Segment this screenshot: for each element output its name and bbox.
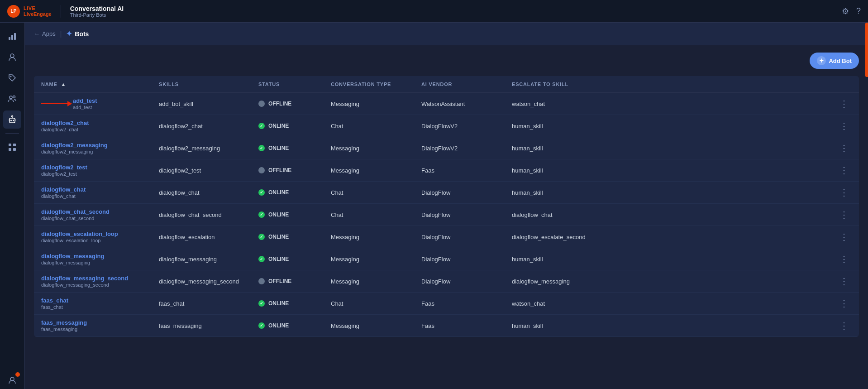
- logo-area: LP LIVE LiveEngage: [7, 5, 61, 18]
- row-actions-button[interactable]: ⋮: [837, 231, 852, 243]
- row-actions-button[interactable]: ⋮: [837, 275, 852, 288]
- sidebar-item-tags[interactable]: [3, 69, 21, 87]
- cell-skills-8: dialogflow_messaging_second: [152, 270, 251, 293]
- row-actions-button[interactable]: ⋮: [837, 253, 852, 265]
- row-actions-button[interactable]: ⋮: [837, 297, 852, 310]
- bot-name-primary[interactable]: faas_messaging: [41, 319, 144, 326]
- svg-point-9: [13, 120, 14, 121]
- cell-conv-type-4: Chat: [324, 182, 414, 204]
- sidebar-item-agents[interactable]: [3, 48, 21, 66]
- cell-actions-0: ⋮: [830, 93, 859, 115]
- table-header-row: NAME ▲ SKILLS STATUS CONVERSATION TYPE: [34, 76, 859, 93]
- cell-ai-vendor-5: DialogFlow: [414, 204, 505, 226]
- cell-name-2: dialogflow2_messaging dialogflow2_messag…: [34, 137, 152, 159]
- logo-live: LIVE: [24, 5, 52, 11]
- status-label: ONLINE: [268, 123, 289, 129]
- bot-name-primary[interactable]: dialogflow2_messaging: [41, 142, 144, 149]
- main-layout: ← Apps | ✦ Bots + Add Bot: [0, 23, 868, 389]
- breadcrumb-separator: |: [60, 30, 62, 38]
- status-label: ONLINE: [268, 256, 289, 262]
- plus-circle-icon: +: [817, 56, 826, 65]
- svg-rect-11: [9, 144, 11, 146]
- status-label: ONLINE: [268, 322, 289, 329]
- cell-conv-type-10: Messaging: [324, 315, 414, 337]
- header-sub-title: Third-Party Bots: [70, 12, 124, 18]
- account-badge: [15, 372, 20, 377]
- cell-ai-vendor-0: WatsonAssistant: [414, 93, 505, 115]
- cell-escalate-skill-5: dialogflow_chat: [505, 204, 830, 226]
- col-skills: SKILLS: [152, 76, 251, 93]
- sidebar-bottom: [3, 371, 21, 389]
- cell-skills-3: dialogflow2_test: [152, 159, 251, 182]
- bot-name-primary[interactable]: dialogflow_chat: [41, 186, 144, 193]
- svg-rect-12: [13, 144, 16, 146]
- cell-actions-5: ⋮: [830, 204, 859, 226]
- cell-conv-type-5: Chat: [324, 204, 414, 226]
- cell-status-0: OFFLINE: [251, 93, 324, 115]
- bot-name-primary[interactable]: dialogflow2_chat: [41, 120, 144, 126]
- svg-point-6: [13, 96, 15, 98]
- add-bot-label: Add Bot: [829, 58, 852, 64]
- bot-name-secondary: dialogflow_chat_second: [41, 216, 144, 221]
- sidebar-item-apps-grid[interactable]: [3, 138, 21, 156]
- cell-status-9: ONLINE: [251, 293, 324, 315]
- back-arrow-icon: ←: [34, 30, 40, 37]
- row-actions-button[interactable]: ⋮: [837, 142, 852, 154]
- breadcrumb-apps-link[interactable]: ← Apps: [34, 30, 56, 37]
- cell-name-8: dialogflow_messaging_second dialogflow_m…: [34, 270, 152, 293]
- bot-name-secondary: dialogflow_messaging: [41, 260, 144, 265]
- cell-escalate-skill-6: dialogflow_escalate_second: [505, 226, 830, 248]
- header-main-title: Conversational AI: [70, 5, 124, 12]
- bot-name-secondary: faas_chat: [41, 304, 144, 310]
- status-dot: [258, 145, 265, 151]
- svg-rect-13: [9, 148, 11, 151]
- cell-skills-5: dialogflow_chat_second: [152, 204, 251, 226]
- cell-actions-9: ⋮: [830, 293, 859, 315]
- bot-name-primary[interactable]: add_test: [73, 97, 144, 104]
- bot-name-primary[interactable]: faas_chat: [41, 297, 144, 304]
- bots-breadcrumb-icon: ✦: [66, 29, 72, 38]
- right-accent-bar: [865, 23, 868, 77]
- sidebar-item-analytics[interactable]: [3, 27, 21, 45]
- status-dot: [258, 300, 265, 307]
- col-actions: [830, 76, 859, 93]
- bot-name-primary[interactable]: dialogflow_escalation_loop: [41, 231, 144, 237]
- cell-escalate-skill-9: watson_chat: [505, 293, 830, 315]
- cell-actions-3: ⋮: [830, 159, 859, 182]
- sidebar-item-users[interactable]: [3, 90, 21, 108]
- cell-escalate-skill-3: human_skill: [505, 159, 830, 182]
- sidebar-item-account[interactable]: [3, 371, 21, 389]
- col-name[interactable]: NAME ▲: [34, 76, 152, 93]
- table-row: dialogflow2_chat dialogflow2_chat dialog…: [34, 115, 859, 137]
- row-actions-button[interactable]: ⋮: [837, 319, 852, 332]
- bot-name-secondary: dialogflow2_chat: [41, 127, 144, 132]
- cell-ai-vendor-6: DialogFlow: [414, 226, 505, 248]
- add-bot-button[interactable]: + Add Bot: [810, 53, 859, 69]
- cell-conv-type-7: Messaging: [324, 248, 414, 270]
- status-dot: [258, 167, 265, 173]
- bot-name-primary[interactable]: dialogflow2_test: [41, 164, 144, 171]
- cell-skills-4: dialogflow_chat: [152, 182, 251, 204]
- cell-name-6: dialogflow_escalation_loop dialogflow_es…: [34, 226, 152, 248]
- row-actions-button[interactable]: ⋮: [837, 208, 852, 221]
- bot-name-primary[interactable]: dialogflow_messaging_second: [41, 275, 144, 282]
- cell-escalate-skill-7: human_skill: [505, 248, 830, 270]
- sidebar-item-bots[interactable]: [3, 110, 21, 129]
- bot-name-primary[interactable]: dialogflow_messaging: [41, 253, 144, 259]
- svg-point-8: [10, 120, 12, 121]
- bot-name-primary[interactable]: dialogflow_chat_second: [41, 208, 144, 215]
- col-status: STATUS: [251, 76, 324, 93]
- table-row: faas_chat faas_chat faas_chat ONLINE Cha…: [34, 293, 859, 315]
- row-actions-button[interactable]: ⋮: [837, 120, 852, 132]
- table-row: dialogflow_messaging dialogflow_messagin…: [34, 248, 859, 270]
- row-actions-button[interactable]: ⋮: [837, 164, 852, 177]
- settings-icon[interactable]: ⚙: [842, 6, 849, 16]
- row-actions-button[interactable]: ⋮: [837, 186, 852, 199]
- apps-label[interactable]: Apps: [42, 30, 56, 37]
- cell-escalate-skill-8: dialogflow_messaging: [505, 270, 830, 293]
- status-label: ONLINE: [268, 234, 289, 240]
- status-label: ONLINE: [268, 300, 289, 307]
- row-actions-button[interactable]: ⋮: [837, 97, 852, 110]
- help-icon[interactable]: ?: [856, 6, 861, 16]
- cell-status-2: ONLINE: [251, 137, 324, 159]
